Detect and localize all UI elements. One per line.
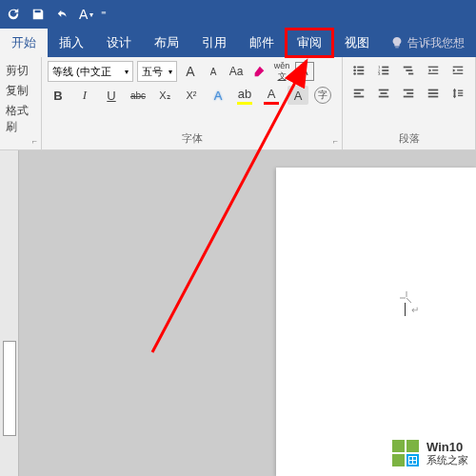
eraser-icon [252, 65, 266, 78]
qat-separator: ⁼ [101, 9, 107, 21]
svg-rect-39 [392, 454, 405, 466]
svg-rect-27 [404, 89, 414, 91]
strikethrough-button[interactable]: abc [128, 86, 149, 105]
chevron-down-icon: ▾ [89, 10, 93, 19]
svg-rect-14 [408, 73, 413, 75]
tell-me-search[interactable]: 告诉我您想 [390, 29, 465, 57]
watermark: Win10 系统之家 [390, 438, 468, 468]
copy-button[interactable]: 复制 [6, 81, 35, 101]
watermark-subtitle: 系统之家 [426, 454, 468, 466]
bullets-button[interactable] [348, 61, 369, 80]
numbering-button[interactable]: 123 [373, 61, 394, 80]
quick-font-color[interactable]: A ▾ [79, 7, 93, 22]
svg-rect-9 [382, 69, 388, 71]
svg-rect-25 [381, 92, 387, 94]
tab-review[interactable]: 审阅 [286, 29, 333, 57]
svg-rect-17 [428, 73, 439, 74]
svg-rect-31 [428, 92, 439, 94]
svg-rect-20 [453, 73, 464, 74]
bold-button[interactable]: B [48, 86, 69, 105]
tab-insert[interactable]: 插入 [48, 29, 95, 57]
tab-design[interactable]: 设计 [95, 29, 143, 57]
lightbulb-icon [390, 36, 404, 50]
text-effects-button[interactable]: A [208, 86, 228, 105]
titlebar: A ▾ ⁼ [0, 0, 476, 29]
svg-rect-15 [428, 67, 439, 68]
tab-mailings[interactable]: 邮件 [238, 29, 286, 57]
paragraph-mark-icon: ↵ [411, 305, 419, 315]
save-icon[interactable] [30, 6, 47, 23]
svg-rect-35 [458, 95, 463, 96]
svg-rect-1 [357, 67, 364, 69]
svg-point-4 [353, 72, 356, 75]
tab-home[interactable]: 开始 [0, 29, 48, 57]
tab-view[interactable]: 视图 [333, 29, 381, 57]
svg-rect-22 [354, 92, 361, 94]
tab-layout[interactable]: 布局 [143, 29, 190, 57]
align-right-button[interactable] [398, 84, 419, 103]
phonetic-guide-button[interactable]: wěn文 [272, 62, 291, 81]
clipboard-label: ⌐ [6, 144, 35, 146]
enclose-char-button[interactable]: 字 [314, 87, 331, 104]
superscript-button[interactable]: X² [181, 86, 202, 105]
svg-rect-26 [379, 96, 389, 98]
font-letter: A [79, 7, 88, 22]
svg-rect-43 [413, 457, 416, 460]
italic-button[interactable]: I [74, 86, 95, 105]
grow-font-button[interactable]: A [181, 62, 200, 81]
svg-rect-42 [409, 457, 412, 460]
svg-rect-28 [407, 92, 413, 94]
align-left-button[interactable] [348, 84, 369, 103]
svg-rect-7 [382, 67, 388, 69]
highlight-button[interactable]: ab [234, 86, 255, 105]
format-painter-button[interactable]: 格式刷 [6, 101, 35, 137]
shrink-font-button[interactable]: A [204, 62, 223, 81]
char-shading-button[interactable]: A [288, 86, 308, 105]
justify-button[interactable] [423, 84, 444, 103]
vertical-ruler[interactable] [0, 150, 19, 476]
font-size-select[interactable]: 五号▾ [137, 61, 177, 82]
change-case-button[interactable]: Aa [227, 62, 246, 81]
font-name-select[interactable]: 等线 (中文正▾ [48, 61, 133, 82]
line-spacing-button[interactable] [447, 84, 468, 103]
clear-format-button[interactable] [249, 62, 268, 81]
svg-rect-44 [409, 461, 412, 464]
document-workspace: ↵ [0, 150, 476, 476]
svg-rect-21 [354, 89, 365, 91]
svg-rect-5 [357, 73, 364, 75]
clipboard-group: 剪切 复制 格式刷 ⌐ [0, 57, 42, 149]
svg-rect-18 [453, 67, 464, 68]
autosave-icon[interactable] [5, 6, 22, 23]
svg-rect-30 [428, 89, 439, 91]
undo-icon[interactable] [54, 6, 71, 23]
svg-rect-16 [432, 69, 438, 70]
increase-indent-button[interactable] [447, 61, 468, 80]
underline-button[interactable]: U [101, 86, 122, 105]
launcher-icon[interactable]: ⌐ [32, 136, 37, 146]
svg-rect-29 [404, 96, 414, 98]
subscript-button[interactable]: X₂ [154, 86, 175, 105]
align-center-button[interactable] [373, 84, 394, 103]
ribbon: 剪切 复制 格式刷 ⌐ 等线 (中文正▾ 五号▾ A A Aa wěn文 A B… [0, 57, 476, 150]
svg-rect-13 [406, 69, 412, 71]
font-group-label: 字体⌐ [48, 129, 336, 146]
document-page[interactable]: ↵ [276, 168, 476, 476]
paragraph-group: 123 段落 [343, 57, 476, 149]
svg-rect-38 [407, 440, 419, 452]
launcher-icon[interactable]: ⌐ [333, 136, 338, 146]
svg-rect-23 [354, 96, 365, 98]
decrease-indent-button[interactable] [423, 61, 444, 80]
tab-references[interactable]: 引用 [190, 29, 238, 57]
svg-rect-3 [357, 69, 364, 71]
char-border-button[interactable]: A [295, 62, 314, 81]
svg-rect-32 [428, 96, 439, 98]
font-color-button[interactable]: A [261, 86, 282, 105]
svg-rect-33 [458, 90, 463, 91]
cut-button[interactable]: 剪切 [6, 61, 35, 81]
svg-text:3: 3 [378, 71, 381, 76]
svg-rect-37 [392, 440, 405, 452]
multilevel-list-button[interactable] [398, 61, 419, 80]
svg-point-2 [353, 69, 356, 72]
watermark-title: Win10 [426, 440, 468, 455]
svg-point-0 [353, 66, 356, 69]
